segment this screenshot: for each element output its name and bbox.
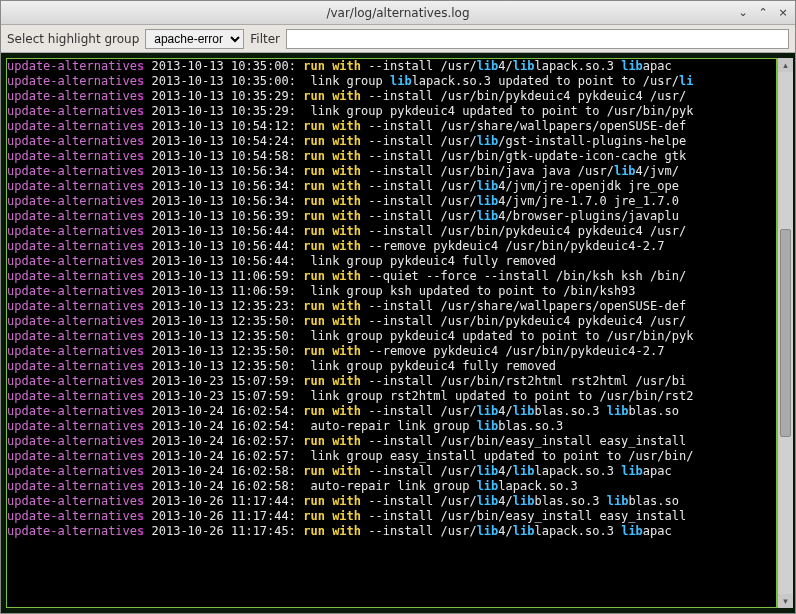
log-line: update-alternatives 2013-10-26 11:17:44:…: [7, 509, 776, 524]
log-line: update-alternatives 2013-10-13 11:06:59:…: [7, 269, 776, 284]
log-line: update-alternatives 2013-10-13 11:06:59:…: [7, 284, 776, 299]
log-line: update-alternatives 2013-10-13 10:56:44:…: [7, 254, 776, 269]
log-line: update-alternatives 2013-10-13 12:35:50:…: [7, 329, 776, 344]
log-line: update-alternatives 2013-10-13 10:35:29:…: [7, 89, 776, 104]
log-line: update-alternatives 2013-10-13 10:54:24:…: [7, 134, 776, 149]
log-line: update-alternatives 2013-10-13 10:56:44:…: [7, 239, 776, 254]
scroll-track[interactable]: [778, 72, 793, 594]
log-container: update-alternatives 2013-10-13 10:35:00:…: [1, 53, 795, 613]
scroll-thumb[interactable]: [780, 229, 791, 438]
log-line: update-alternatives 2013-10-13 12:35:50:…: [7, 359, 776, 374]
log-line: update-alternatives 2013-10-23 15:07:59:…: [7, 374, 776, 389]
log-line: update-alternatives 2013-10-13 10:35:00:…: [7, 74, 776, 89]
log-line: update-alternatives 2013-10-24 16:02:58:…: [7, 479, 776, 494]
filter-input[interactable]: [286, 29, 789, 49]
log-line: update-alternatives 2013-10-24 16:02:54:…: [7, 404, 776, 419]
log-line: update-alternatives 2013-10-13 10:56:34:…: [7, 164, 776, 179]
log-line: update-alternatives 2013-10-13 10:56:34:…: [7, 179, 776, 194]
log-line: update-alternatives 2013-10-13 10:35:29:…: [7, 104, 776, 119]
log-line: update-alternatives 2013-10-24 16:02:54:…: [7, 419, 776, 434]
scroll-down-button[interactable]: ▾: [778, 594, 793, 608]
window-buttons: ⌄ ⌃ ×: [735, 4, 791, 20]
log-line: update-alternatives 2013-10-13 12:35:23:…: [7, 299, 776, 314]
log-text-area[interactable]: update-alternatives 2013-10-13 10:35:00:…: [6, 58, 777, 608]
highlight-group-label: Select highlight group: [7, 32, 139, 46]
highlight-group-select[interactable]: apache-error: [145, 29, 244, 49]
close-button[interactable]: ×: [775, 4, 791, 20]
scroll-up-button[interactable]: ▴: [778, 58, 793, 72]
log-line: update-alternatives 2013-10-13 12:35:50:…: [7, 314, 776, 329]
toolbar: Select highlight group apache-error Filt…: [1, 25, 795, 53]
log-line: update-alternatives 2013-10-24 16:02:57:…: [7, 449, 776, 464]
vertical-scrollbar[interactable]: ▴ ▾: [777, 58, 793, 608]
maximize-button[interactable]: ⌃: [755, 4, 771, 20]
log-line: update-alternatives 2013-10-24 16:02:57:…: [7, 434, 776, 449]
log-line: update-alternatives 2013-10-23 15:07:59:…: [7, 389, 776, 404]
window-title: /var/log/alternatives.log: [326, 6, 469, 20]
filter-label: Filter: [250, 32, 280, 46]
minimize-button[interactable]: ⌄: [735, 4, 751, 20]
log-line: update-alternatives 2013-10-26 11:17:45:…: [7, 524, 776, 539]
log-line: update-alternatives 2013-10-13 10:56:44:…: [7, 224, 776, 239]
titlebar: /var/log/alternatives.log ⌄ ⌃ ×: [1, 1, 795, 25]
log-line: update-alternatives 2013-10-13 12:35:50:…: [7, 344, 776, 359]
log-line: update-alternatives 2013-10-26 11:17:44:…: [7, 494, 776, 509]
log-line: update-alternatives 2013-10-13 10:54:58:…: [7, 149, 776, 164]
log-line: update-alternatives 2013-10-13 10:56:34:…: [7, 194, 776, 209]
log-line: update-alternatives 2013-10-13 10:56:39:…: [7, 209, 776, 224]
log-line: update-alternatives 2013-10-24 16:02:58:…: [7, 464, 776, 479]
log-line: update-alternatives 2013-10-13 10:54:12:…: [7, 119, 776, 134]
log-line: update-alternatives 2013-10-13 10:35:00:…: [7, 59, 776, 74]
